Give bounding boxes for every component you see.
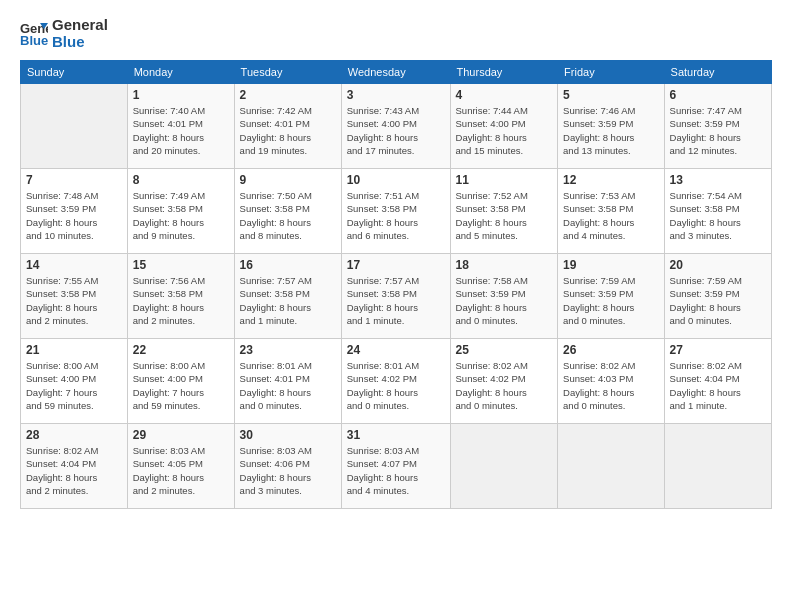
day-detail: Sunrise: 8:03 AM Sunset: 4:07 PM Dayligh…	[347, 444, 445, 497]
day-number: 15	[133, 258, 229, 272]
day-number: 23	[240, 343, 336, 357]
day-detail: Sunrise: 7:52 AM Sunset: 3:58 PM Dayligh…	[456, 189, 553, 242]
day-number: 16	[240, 258, 336, 272]
day-detail: Sunrise: 7:59 AM Sunset: 3:59 PM Dayligh…	[563, 274, 658, 327]
calendar-cell: 5Sunrise: 7:46 AM Sunset: 3:59 PM Daylig…	[558, 84, 664, 169]
day-detail: Sunrise: 8:02 AM Sunset: 4:03 PM Dayligh…	[563, 359, 658, 412]
calendar-header-sunday: Sunday	[21, 61, 128, 84]
calendar-cell: 23Sunrise: 8:01 AM Sunset: 4:01 PM Dayli…	[234, 339, 341, 424]
calendar-cell: 16Sunrise: 7:57 AM Sunset: 3:58 PM Dayli…	[234, 254, 341, 339]
day-number: 30	[240, 428, 336, 442]
calendar-week-row: 28Sunrise: 8:02 AM Sunset: 4:04 PM Dayli…	[21, 424, 772, 509]
calendar-cell: 14Sunrise: 7:55 AM Sunset: 3:58 PM Dayli…	[21, 254, 128, 339]
day-number: 22	[133, 343, 229, 357]
calendar-cell: 26Sunrise: 8:02 AM Sunset: 4:03 PM Dayli…	[558, 339, 664, 424]
day-detail: Sunrise: 7:47 AM Sunset: 3:59 PM Dayligh…	[670, 104, 766, 157]
day-detail: Sunrise: 7:59 AM Sunset: 3:59 PM Dayligh…	[670, 274, 766, 327]
day-detail: Sunrise: 8:01 AM Sunset: 4:01 PM Dayligh…	[240, 359, 336, 412]
day-detail: Sunrise: 7:54 AM Sunset: 3:58 PM Dayligh…	[670, 189, 766, 242]
calendar-table: SundayMondayTuesdayWednesdayThursdayFrid…	[20, 60, 772, 509]
day-number: 10	[347, 173, 445, 187]
day-number: 8	[133, 173, 229, 187]
calendar-cell: 9Sunrise: 7:50 AM Sunset: 3:58 PM Daylig…	[234, 169, 341, 254]
calendar-header-wednesday: Wednesday	[341, 61, 450, 84]
day-number: 19	[563, 258, 658, 272]
logo: General Blue General Blue	[20, 16, 108, 50]
calendar-week-row: 14Sunrise: 7:55 AM Sunset: 3:58 PM Dayli…	[21, 254, 772, 339]
day-number: 5	[563, 88, 658, 102]
day-detail: Sunrise: 7:46 AM Sunset: 3:59 PM Dayligh…	[563, 104, 658, 157]
header: General Blue General Blue	[20, 16, 772, 50]
day-number: 2	[240, 88, 336, 102]
calendar-header-row: SundayMondayTuesdayWednesdayThursdayFrid…	[21, 61, 772, 84]
page: General Blue General Blue SundayMondayTu…	[0, 0, 792, 612]
calendar-cell: 30Sunrise: 8:03 AM Sunset: 4:06 PM Dayli…	[234, 424, 341, 509]
calendar-week-row: 21Sunrise: 8:00 AM Sunset: 4:00 PM Dayli…	[21, 339, 772, 424]
day-detail: Sunrise: 7:57 AM Sunset: 3:58 PM Dayligh…	[347, 274, 445, 327]
calendar-cell: 27Sunrise: 8:02 AM Sunset: 4:04 PM Dayli…	[664, 339, 771, 424]
calendar-header-monday: Monday	[127, 61, 234, 84]
day-detail: Sunrise: 8:00 AM Sunset: 4:00 PM Dayligh…	[26, 359, 122, 412]
calendar-cell: 24Sunrise: 8:01 AM Sunset: 4:02 PM Dayli…	[341, 339, 450, 424]
day-detail: Sunrise: 8:02 AM Sunset: 4:04 PM Dayligh…	[26, 444, 122, 497]
calendar-cell: 17Sunrise: 7:57 AM Sunset: 3:58 PM Dayli…	[341, 254, 450, 339]
day-detail: Sunrise: 8:01 AM Sunset: 4:02 PM Dayligh…	[347, 359, 445, 412]
calendar-cell: 21Sunrise: 8:00 AM Sunset: 4:00 PM Dayli…	[21, 339, 128, 424]
logo-line1: General	[52, 16, 108, 33]
calendar-cell: 4Sunrise: 7:44 AM Sunset: 4:00 PM Daylig…	[450, 84, 558, 169]
calendar-week-row: 1Sunrise: 7:40 AM Sunset: 4:01 PM Daylig…	[21, 84, 772, 169]
day-detail: Sunrise: 8:03 AM Sunset: 4:06 PM Dayligh…	[240, 444, 336, 497]
calendar-cell: 22Sunrise: 8:00 AM Sunset: 4:00 PM Dayli…	[127, 339, 234, 424]
day-number: 21	[26, 343, 122, 357]
day-number: 18	[456, 258, 553, 272]
calendar-cell	[21, 84, 128, 169]
calendar-cell: 13Sunrise: 7:54 AM Sunset: 3:58 PM Dayli…	[664, 169, 771, 254]
day-number: 14	[26, 258, 122, 272]
calendar-cell: 8Sunrise: 7:49 AM Sunset: 3:58 PM Daylig…	[127, 169, 234, 254]
calendar-cell: 31Sunrise: 8:03 AM Sunset: 4:07 PM Dayli…	[341, 424, 450, 509]
calendar-cell: 29Sunrise: 8:03 AM Sunset: 4:05 PM Dayli…	[127, 424, 234, 509]
day-number: 9	[240, 173, 336, 187]
day-number: 25	[456, 343, 553, 357]
day-detail: Sunrise: 8:00 AM Sunset: 4:00 PM Dayligh…	[133, 359, 229, 412]
day-detail: Sunrise: 7:53 AM Sunset: 3:58 PM Dayligh…	[563, 189, 658, 242]
calendar-header-thursday: Thursday	[450, 61, 558, 84]
calendar-header-friday: Friday	[558, 61, 664, 84]
calendar-cell: 15Sunrise: 7:56 AM Sunset: 3:58 PM Dayli…	[127, 254, 234, 339]
calendar-cell	[558, 424, 664, 509]
calendar-header-tuesday: Tuesday	[234, 61, 341, 84]
day-number: 11	[456, 173, 553, 187]
day-detail: Sunrise: 7:49 AM Sunset: 3:58 PM Dayligh…	[133, 189, 229, 242]
day-detail: Sunrise: 8:02 AM Sunset: 4:02 PM Dayligh…	[456, 359, 553, 412]
day-number: 24	[347, 343, 445, 357]
day-detail: Sunrise: 7:51 AM Sunset: 3:58 PM Dayligh…	[347, 189, 445, 242]
calendar-cell: 3Sunrise: 7:43 AM Sunset: 4:00 PM Daylig…	[341, 84, 450, 169]
day-detail: Sunrise: 7:56 AM Sunset: 3:58 PM Dayligh…	[133, 274, 229, 327]
day-detail: Sunrise: 7:55 AM Sunset: 3:58 PM Dayligh…	[26, 274, 122, 327]
calendar-cell	[664, 424, 771, 509]
day-detail: Sunrise: 8:02 AM Sunset: 4:04 PM Dayligh…	[670, 359, 766, 412]
day-number: 20	[670, 258, 766, 272]
day-number: 7	[26, 173, 122, 187]
day-number: 3	[347, 88, 445, 102]
day-number: 31	[347, 428, 445, 442]
calendar-cell: 2Sunrise: 7:42 AM Sunset: 4:01 PM Daylig…	[234, 84, 341, 169]
day-number: 13	[670, 173, 766, 187]
calendar-cell: 25Sunrise: 8:02 AM Sunset: 4:02 PM Dayli…	[450, 339, 558, 424]
day-detail: Sunrise: 8:03 AM Sunset: 4:05 PM Dayligh…	[133, 444, 229, 497]
calendar-cell: 1Sunrise: 7:40 AM Sunset: 4:01 PM Daylig…	[127, 84, 234, 169]
day-detail: Sunrise: 7:57 AM Sunset: 3:58 PM Dayligh…	[240, 274, 336, 327]
day-number: 17	[347, 258, 445, 272]
calendar-cell: 6Sunrise: 7:47 AM Sunset: 3:59 PM Daylig…	[664, 84, 771, 169]
calendar-cell: 20Sunrise: 7:59 AM Sunset: 3:59 PM Dayli…	[664, 254, 771, 339]
day-detail: Sunrise: 7:42 AM Sunset: 4:01 PM Dayligh…	[240, 104, 336, 157]
day-number: 1	[133, 88, 229, 102]
calendar-cell: 11Sunrise: 7:52 AM Sunset: 3:58 PM Dayli…	[450, 169, 558, 254]
logo-line2: Blue	[52, 33, 108, 50]
calendar-cell: 10Sunrise: 7:51 AM Sunset: 3:58 PM Dayli…	[341, 169, 450, 254]
day-number: 4	[456, 88, 553, 102]
svg-text:Blue: Blue	[20, 33, 48, 47]
day-number: 27	[670, 343, 766, 357]
day-number: 12	[563, 173, 658, 187]
day-detail: Sunrise: 7:43 AM Sunset: 4:00 PM Dayligh…	[347, 104, 445, 157]
